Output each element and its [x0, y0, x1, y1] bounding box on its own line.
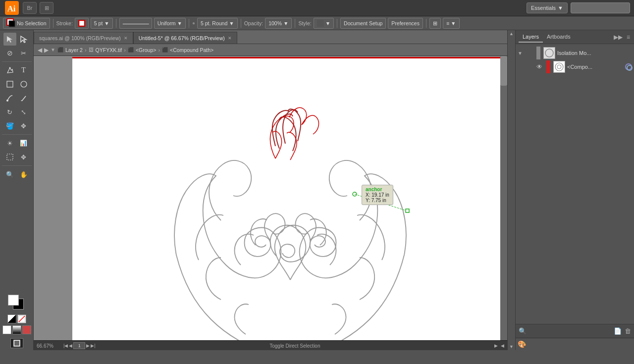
breadcrumb-tif[interactable]: QYFYXK.tif [96, 47, 122, 53]
lasso-tool[interactable]: ✂ [17, 47, 30, 59]
slice-tool[interactable]: ✥ [17, 151, 30, 163]
selection-tool[interactable] [3, 33, 16, 46]
layer-isolation-mode[interactable]: ▼ Isolation Mo... [516, 46, 634, 60]
white-black-color-button[interactable] [2, 325, 11, 334]
fill-swatch[interactable] [8, 295, 19, 306]
zoom-value: 66.67% [37, 343, 53, 349]
hand-tool[interactable]: ✋ [17, 168, 30, 181]
status-left-arrow[interactable]: ◀ [501, 343, 504, 348]
tabs-bar: squares.ai @ 100% (RGB/Preview) ✕ Untitl… [34, 30, 507, 44]
layer-color-swatch [536, 47, 540, 59]
vertical-scrollbar[interactable] [500, 56, 507, 340]
tab-untitled[interactable]: Untitled-5* @ 66.67% (RGB/Preview) ✕ [133, 32, 237, 44]
svg-point-9 [6, 100, 8, 102]
right-scroll-down[interactable]: ▼ [509, 344, 514, 349]
free-transform-icon: ✥ [21, 122, 26, 130]
paintbrush-tool[interactable] [3, 92, 16, 104]
breadcrumb-back[interactable]: ◀ [38, 47, 42, 53]
pencil-tool[interactable] [17, 92, 30, 104]
document-setup-button[interactable]: Document Setup [340, 18, 386, 29]
separator-2 [116, 19, 116, 28]
opacity-value: 100% [268, 20, 282, 26]
right-scroll-up[interactable]: ▲ [509, 31, 514, 36]
tab-layers[interactable]: Layers [519, 32, 543, 43]
magic-wand-tool[interactable]: ⊘ [3, 47, 16, 59]
transform-button[interactable]: ⊞ [429, 18, 441, 29]
free-transform-tool[interactable]: ✥ [17, 119, 30, 132]
breadcrumb-compound[interactable]: <Compound Path> [170, 47, 213, 53]
breadcrumb-bar: ◀ ▶ ▼ ⬛ Layer 2 › 🖼 QYFYXK.tif › ⬛ <Grou… [34, 44, 507, 56]
none-mode-button[interactable] [17, 314, 26, 323]
symbol-sprayer-tool[interactable]: ☀ [3, 137, 16, 150]
brush-selector[interactable]: 5 pt. Round ▼ [197, 18, 238, 29]
scale-icon: ⤡ [21, 108, 26, 116]
status-play-button[interactable]: ▶ [494, 343, 498, 348]
stroke-width-input[interactable]: 5 pt ▼ [91, 18, 113, 29]
workspace-button[interactable]: ⊞ [40, 2, 53, 14]
column-graph-tool[interactable]: 📊 [17, 137, 30, 150]
line-tool[interactable] [3, 78, 16, 91]
page-number-input[interactable] [73, 342, 85, 349]
bridge-button[interactable]: Br [23, 2, 37, 14]
tool-row-2: ⊘ ✂ [3, 47, 30, 59]
layers-search-icon[interactable]: 🔍 [519, 327, 527, 335]
warp-icon: 🪣 [6, 122, 14, 130]
tab-untitled-close[interactable]: ✕ [228, 36, 232, 41]
essentials-button[interactable]: Essentials ▼ [527, 2, 568, 13]
essentials-arrow-icon: ▼ [558, 5, 563, 11]
color-mode-button[interactable] [7, 314, 16, 323]
stroke-profile-selector[interactable]: Uniform ▼ [154, 18, 186, 29]
tool-row-4 [3, 78, 30, 91]
svg-rect-4 [79, 20, 85, 26]
nav-next-button[interactable]: ▶ [86, 343, 90, 348]
screen-mode-area [10, 338, 23, 348]
status-nav-area: |◀ ◀ ▶ ▶| [63, 342, 96, 349]
tab-artboards[interactable]: Artboards [543, 32, 575, 43]
breadcrumb-group[interactable]: <Group> [136, 47, 156, 53]
nav-first-button[interactable]: |◀ [63, 343, 68, 348]
type-tool[interactable]: T [17, 64, 30, 77]
scale-tool[interactable]: ⤡ [17, 105, 30, 118]
compound-visibility-toggle[interactable]: 👁 [535, 63, 543, 71]
brush-label: 5 pt. Round [201, 20, 227, 26]
zoom-tool[interactable]: 🔍 [3, 168, 16, 181]
style-selector[interactable]: ▼ [314, 18, 334, 29]
preferences-label: Preferences [391, 20, 420, 26]
warp-tool[interactable]: 🪣 [3, 119, 16, 132]
breadcrumb-forward[interactable]: ▶ [44, 47, 49, 53]
color-swatches-area [2, 294, 31, 336]
layer-visibility-toggle[interactable] [526, 49, 533, 57]
dash-style-selector[interactable]: ———— [119, 18, 152, 29]
status-bar: 66.67% |◀ ◀ ▶ ▶| Toggle Direct Selection… [34, 340, 507, 350]
preferences-button[interactable]: Preferences [388, 18, 423, 29]
rotate-tool[interactable]: ↻ [3, 105, 16, 118]
ellipse-tool[interactable] [17, 78, 30, 91]
brush-dot-icon: ● [192, 20, 195, 26]
stroke-color-swatch[interactable] [75, 18, 89, 29]
search-input[interactable] [571, 2, 630, 13]
nav-prev-button[interactable]: ◀ [69, 343, 72, 348]
layer-target-circle[interactable] [625, 63, 632, 70]
layers-new-layer-icon[interactable]: 📄 [614, 327, 622, 335]
breadcrumb-layer2[interactable]: Layer 2 [65, 47, 83, 53]
arrange-button[interactable]: ≡ ▼ [443, 18, 460, 29]
nav-last-button[interactable]: ▶| [91, 343, 95, 348]
panel-expand-icon[interactable]: ▶▶ [613, 33, 624, 42]
screen-mode-button[interactable] [10, 338, 23, 348]
selection-tool-indicator: No Selection [3, 18, 50, 29]
tab-squares-close[interactable]: ✕ [124, 36, 128, 41]
layer-compound-path[interactable]: 👁 <Compo... [516, 60, 634, 74]
new-swatch-button[interactable] [22, 325, 31, 334]
direct-selection-tool[interactable] [17, 33, 30, 46]
svg-point-19 [555, 63, 563, 71]
svg-point-20 [557, 65, 561, 69]
layers-delete-icon[interactable]: 🗑 [625, 327, 631, 335]
left-tools-panel: ⊘ ✂ T [0, 30, 34, 350]
pen-tool[interactable] [3, 64, 16, 77]
tab-squares[interactable]: squares.ai @ 100% (RGB/Preview) ✕ [34, 32, 133, 44]
svg-rect-7 [7, 81, 13, 87]
artboard-tool[interactable] [3, 151, 16, 163]
gradient-button[interactable] [12, 325, 21, 334]
panel-menu-icon[interactable]: ≡ [626, 33, 631, 42]
opacity-selector[interactable]: 100% ▼ [265, 18, 292, 29]
